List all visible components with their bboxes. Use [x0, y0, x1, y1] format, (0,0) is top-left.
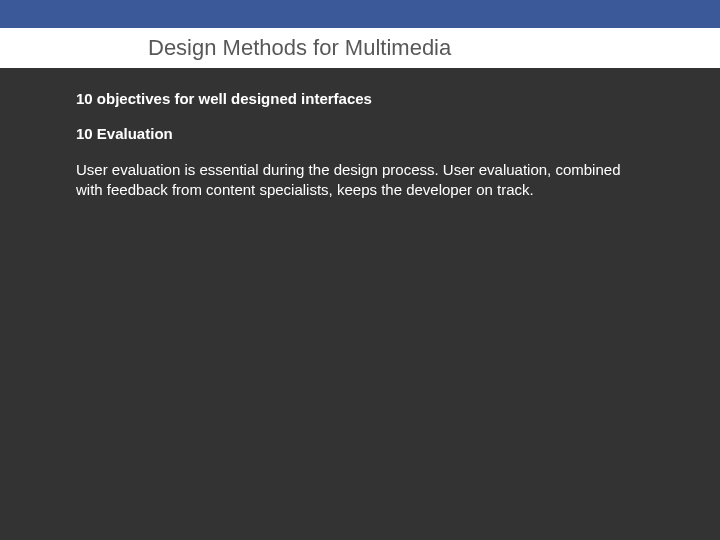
body-paragraph: User evaluation is essential during the …: [76, 160, 636, 201]
title-bar: Design Methods for Multimedia: [0, 28, 720, 68]
top-accent-bar: [0, 0, 720, 28]
section-heading: 10 objectives for well designed interfac…: [76, 90, 656, 107]
page-title: Design Methods for Multimedia: [148, 35, 451, 61]
subsection-heading: 10 Evaluation: [76, 125, 656, 142]
content-area: 10 objectives for well designed interfac…: [0, 68, 720, 201]
